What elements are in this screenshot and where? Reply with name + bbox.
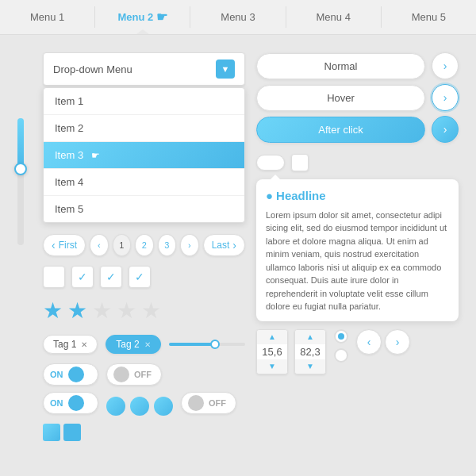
nav-item-menu4[interactable]: Menu 4 (286, 0, 381, 34)
btn-row-hover: Hover › (256, 84, 459, 111)
btn-row-active: After click › (256, 116, 459, 143)
blue-circle-3[interactable] (154, 397, 173, 416)
stepper-2: ▲ 82,3 ▼ (294, 329, 326, 374)
color-square-blue-light[interactable] (43, 424, 60, 441)
blue-circle-2[interactable] (130, 397, 149, 416)
check-icon: ✓ (78, 271, 87, 283)
hover-icon-button[interactable]: › (432, 84, 459, 111)
stepper-1-down[interactable]: ▼ (257, 359, 287, 374)
tag-1[interactable]: Tag 1 ✕ (43, 335, 98, 354)
prev-page-button[interactable]: ‹ (90, 234, 109, 256)
page-2-button[interactable]: 2 (135, 234, 154, 256)
star-3[interactable]: ★ (92, 298, 112, 324)
tag-slider[interactable] (169, 343, 245, 346)
small-toggles (256, 154, 459, 171)
dropdown-item-4[interactable]: Item 4 (44, 169, 244, 196)
color-square-blue[interactable] (63, 424, 81, 441)
star-4[interactable]: ★ (117, 298, 136, 324)
page-1-button[interactable]: 1 (113, 234, 132, 256)
radio-item-2[interactable] (334, 348, 348, 363)
dropdown-list: Item 1 Item 2 Item 3 ☛ Item 4 Item 5 (43, 87, 245, 223)
nav-arrows-section: ‹ › (356, 329, 410, 355)
check-icon: ✓ (135, 271, 144, 283)
cursor-icon: ☛ (156, 10, 167, 25)
dropdown-item-1[interactable]: Item 1 (44, 88, 244, 115)
stepper-row: ▲ 15,6 ▼ ▲ 82,3 ▼ (256, 329, 326, 374)
active-icon-button[interactable]: › (432, 116, 459, 143)
tag2-close-icon[interactable]: ✕ (144, 340, 151, 349)
nav-item-menu1[interactable]: Menu 1 (0, 0, 94, 34)
stepper-2-value: 82,3 (295, 344, 325, 359)
info-icon: ● (266, 187, 273, 205)
dropdown-item-3[interactable]: Item 3 ☛ (44, 142, 244, 169)
hover-button[interactable]: Hover (256, 85, 425, 111)
tag1-close-icon[interactable]: ✕ (81, 340, 87, 349)
radio-outer-1[interactable] (334, 329, 348, 344)
chevron-right-icon: › (232, 239, 236, 251)
last-button[interactable]: Last › (203, 234, 245, 256)
nav-item-menu5[interactable]: Menu 5 (382, 0, 476, 34)
dropdown-item-5[interactable]: Item 5 (44, 196, 244, 222)
blue-circles (106, 397, 173, 416)
checkbox-3[interactable]: ✓ (100, 266, 122, 288)
toggle-off-2[interactable]: OFF (181, 392, 236, 414)
nav-arrow-right[interactable]: › (385, 329, 410, 355)
radio-outer-2[interactable] (334, 348, 348, 363)
toggle-row-2: ON OFF (43, 390, 245, 416)
tag-slider-thumb[interactable] (210, 340, 220, 349)
last-label: Last (212, 240, 230, 251)
normal-button[interactable]: Normal (256, 53, 425, 79)
dropdown-header[interactable]: Drop-down Menu ▼ (43, 52, 245, 86)
toggle-on-1[interactable]: ON (43, 363, 98, 386)
nav-label-menu4: Menu 4 (317, 11, 351, 23)
checkbox-2[interactable]: ✓ (71, 266, 94, 288)
star-1[interactable]: ★ (43, 298, 63, 324)
checkbox-4[interactable]: ✓ (129, 266, 151, 288)
nav-label-menu5: Menu 5 (412, 11, 446, 23)
btn-row-normal: Normal › (256, 52, 459, 79)
nav-item-menu2[interactable]: Menu 2 ☛ (95, 0, 190, 34)
nav-arrow-left[interactable]: ‹ (356, 329, 382, 355)
toggle-off2-label: OFF (209, 398, 226, 408)
dropdown-item-2[interactable]: Item 2 (44, 115, 244, 142)
checkbox-1[interactable] (43, 266, 65, 288)
right-bottom-section: ▲ 15,6 ▼ ▲ 82,3 ▼ (256, 329, 459, 374)
toggle-off1-label: OFF (134, 370, 152, 379)
checkbox-row: ✓ ✓ ✓ (43, 266, 245, 288)
dropdown-arrow-icon[interactable]: ▼ (216, 60, 235, 79)
stepper-1-up[interactable]: ▲ (257, 330, 287, 344)
star-rating-row: ★ ★ ★ ★ ★ (43, 298, 245, 324)
nav-arrows: ‹ › (356, 329, 410, 355)
vertical-slider-fill (17, 118, 24, 169)
small-square-1[interactable] (291, 154, 309, 171)
vertical-slider[interactable] (17, 118, 24, 245)
stepper-2-up[interactable]: ▲ (295, 330, 325, 344)
right-column: Normal › Hover › After click › (256, 52, 459, 441)
toggle-knob-on2 (68, 395, 84, 411)
small-toggle-1[interactable] (256, 155, 285, 171)
cursor-icon: ☛ (91, 150, 100, 161)
top-navigation: Menu 1 Menu 2 ☛ Menu 3 Menu 4 Menu 5 (0, 0, 476, 35)
stepper-2-down[interactable]: ▼ (295, 359, 325, 374)
star-5[interactable]: ★ (141, 298, 161, 324)
nav-item-menu3[interactable]: Menu 3 (190, 0, 285, 34)
next-page-button[interactable]: › (180, 234, 199, 256)
radio-group (334, 329, 348, 363)
tag-2[interactable]: Tag 2 ✕ (106, 335, 160, 354)
first-button[interactable]: ‹ First (43, 234, 86, 256)
stepper-1: ▲ 15,6 ▼ (256, 329, 288, 374)
nav-label-menu3: Menu 3 (221, 11, 255, 23)
page-3-button[interactable]: 3 (158, 234, 177, 256)
active-button[interactable]: After click (256, 117, 425, 143)
normal-icon-button[interactable]: › (432, 52, 459, 79)
toggle-on-2[interactable]: ON (43, 392, 98, 414)
blue-circle-1[interactable] (106, 397, 125, 416)
toggle-off-1[interactable]: OFF (106, 363, 162, 386)
tag-row: Tag 1 ✕ Tag 2 ✕ (43, 335, 245, 354)
toggle-on1-label: ON (50, 370, 63, 379)
star-2[interactable]: ★ (67, 298, 87, 324)
radio-item-1[interactable] (334, 329, 348, 344)
color-squares (43, 424, 245, 441)
toggle-knob-off2 (188, 395, 204, 411)
vertical-slider-thumb[interactable] (14, 163, 27, 175)
